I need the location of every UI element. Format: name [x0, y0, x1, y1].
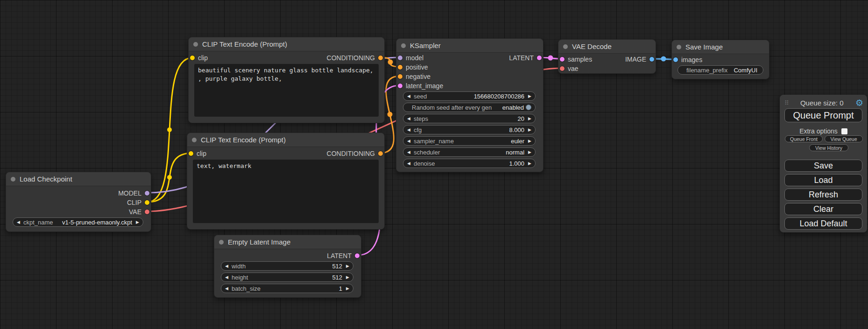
- conditioning-output-port[interactable]: [378, 56, 383, 60]
- increment-arrow-icon[interactable]: ▶: [528, 94, 531, 98]
- node-save-image[interactable]: Save Image images filename_prefix ComfyU…: [671, 40, 769, 79]
- toggle-enabled-icon[interactable]: [526, 105, 531, 110]
- scheduler-widget[interactable]: ◀ scheduler normal ▶: [403, 147, 536, 157]
- queue-prompt-button[interactable]: Queue Prompt: [784, 108, 862, 122]
- node-clip-text-encode-negative[interactable]: CLIP Text Encode (Prompt) clip CONDITION…: [187, 133, 385, 230]
- steps-widget[interactable]: ◀ steps 20 ▶: [403, 114, 536, 123]
- decrement-arrow-icon[interactable]: ◀: [407, 94, 410, 98]
- seed-widget[interactable]: ◀ seed 156680208700286 ▶: [403, 91, 536, 101]
- node-title-bar[interactable]: Load Checkpoint: [6, 172, 151, 186]
- height-widget[interactable]: ◀ height 512 ▶: [221, 273, 353, 282]
- vae-output-port[interactable]: [145, 210, 149, 214]
- input-slot-clip[interactable]: clip: [190, 53, 208, 63]
- collapse-dot-icon[interactable]: [401, 43, 406, 48]
- random-seed-toggle-widget[interactable]: Random seed after every gen enabled: [403, 103, 536, 112]
- samples-input-port[interactable]: [560, 57, 565, 62]
- collapse-dot-icon[interactable]: [192, 138, 197, 142]
- model-output-port[interactable]: [145, 191, 149, 196]
- view-queue-button[interactable]: View Queue: [825, 135, 863, 142]
- output-slot-image[interactable]: IMAGE: [625, 55, 654, 64]
- increment-arrow-icon[interactable]: ▶: [346, 275, 349, 280]
- clip-input-port[interactable]: [190, 56, 195, 60]
- collapse-dot-icon[interactable]: [193, 42, 198, 47]
- queue-front-button[interactable]: Queue Front: [785, 135, 823, 142]
- node-title-bar[interactable]: CLIP Text Encode (Prompt): [187, 133, 384, 147]
- collapse-dot-icon[interactable]: [219, 240, 224, 245]
- refresh-button[interactable]: Refresh: [784, 189, 862, 201]
- extra-options-checkbox[interactable]: [841, 128, 847, 134]
- node-title-bar[interactable]: CLIP Text Encode (Prompt): [189, 37, 384, 51]
- node-title-bar[interactable]: KSampler: [396, 39, 543, 53]
- node-empty-latent-image[interactable]: Empty Latent Image LATENT ◀ width 512 ▶ …: [214, 235, 361, 298]
- load-default-button[interactable]: Load Default: [784, 217, 862, 230]
- latent-output-port[interactable]: [355, 253, 360, 258]
- decrement-arrow-icon[interactable]: ◀: [17, 220, 20, 224]
- denoise-widget[interactable]: ◀ denoise 1.000 ▶: [403, 159, 536, 168]
- increment-arrow-icon[interactable]: ▶: [346, 287, 349, 291]
- negative-prompt-textarea[interactable]: text, watermark: [193, 160, 379, 223]
- node-title-bar[interactable]: VAE Decode: [558, 40, 656, 54]
- node-ksampler[interactable]: KSampler model positive negative latent_…: [396, 38, 543, 172]
- collapse-dot-icon[interactable]: [11, 177, 15, 182]
- comfyui-canvas[interactable]: { "colors": { "model": "#b39ddb", "clip"…: [0, 0, 868, 329]
- input-slot-images[interactable]: images: [673, 55, 702, 64]
- increment-arrow-icon[interactable]: ▶: [346, 264, 349, 268]
- input-slot-vae[interactable]: vae: [560, 64, 579, 73]
- input-slot-latent-image[interactable]: latent_image: [398, 81, 443, 91]
- output-slot-conditioning[interactable]: CONDITIONING: [327, 149, 383, 158]
- input-slot-positive[interactable]: positive: [398, 63, 428, 72]
- save-button[interactable]: Save: [784, 160, 862, 172]
- image-output-port[interactable]: [649, 57, 654, 62]
- queue-panel[interactable]: ⠿ Queue size: 0 ⚙ Queue Prompt Extra opt…: [780, 95, 867, 232]
- output-slot-latent[interactable]: LATENT: [509, 53, 542, 63]
- model-input-port[interactable]: [398, 56, 402, 60]
- positive-input-port[interactable]: [398, 65, 402, 70]
- load-button[interactable]: Load: [784, 174, 862, 186]
- sampler-name-widget[interactable]: ◀ sampler_name euler ▶: [403, 136, 536, 146]
- latent-input-port[interactable]: [398, 84, 402, 88]
- output-slot-model[interactable]: MODEL: [118, 189, 149, 198]
- increment-arrow-icon[interactable]: ▶: [528, 150, 531, 154]
- output-slot-conditioning[interactable]: CONDITIONING: [327, 53, 383, 63]
- output-slot-clip[interactable]: CLIP: [127, 198, 149, 207]
- clip-input-port[interactable]: [189, 151, 193, 156]
- increment-arrow-icon[interactable]: ▶: [136, 220, 139, 224]
- images-input-port[interactable]: [673, 57, 678, 62]
- increment-arrow-icon[interactable]: ▶: [528, 161, 531, 166]
- view-history-button[interactable]: View History: [809, 144, 848, 151]
- collapse-dot-icon[interactable]: [677, 45, 681, 49]
- ckpt-name-widget[interactable]: ◀ ckpt_name v1-5-pruned-emaonly.ckpt ▶: [13, 217, 143, 227]
- filename-prefix-widget[interactable]: filename_prefix ComfyUI: [677, 65, 763, 75]
- settings-gear-icon[interactable]: ⚙: [855, 98, 863, 107]
- batch-size-widget[interactable]: ◀ batch_size 1 ▶: [221, 284, 353, 293]
- decrement-arrow-icon[interactable]: ◀: [225, 264, 228, 268]
- increment-arrow-icon[interactable]: ▶: [528, 117, 531, 121]
- collapse-dot-icon[interactable]: [563, 44, 568, 49]
- node-vae-decode[interactable]: VAE Decode samples vae IMAGE: [558, 39, 656, 74]
- positive-prompt-textarea[interactable]: beautiful scenery nature glass bottle la…: [194, 64, 379, 117]
- decrement-arrow-icon[interactable]: ◀: [407, 117, 410, 121]
- decrement-arrow-icon[interactable]: ◀: [407, 150, 410, 154]
- node-title-bar[interactable]: Empty Latent Image: [214, 235, 361, 249]
- output-slot-latent[interactable]: LATENT: [327, 251, 360, 260]
- clip-output-port[interactable]: [145, 200, 149, 205]
- node-title-bar[interactable]: Save Image: [672, 40, 769, 54]
- width-widget[interactable]: ◀ width 512 ▶: [221, 261, 353, 271]
- input-slot-samples[interactable]: samples: [560, 55, 592, 64]
- negative-input-port[interactable]: [398, 74, 402, 79]
- node-clip-text-encode-positive[interactable]: CLIP Text Encode (Prompt) clip CONDITION…: [188, 37, 385, 123]
- vae-input-port[interactable]: [560, 66, 565, 71]
- input-slot-negative[interactable]: negative: [398, 72, 430, 81]
- input-slot-model[interactable]: model: [398, 53, 423, 63]
- output-slot-vae[interactable]: VAE: [129, 207, 149, 217]
- increment-arrow-icon[interactable]: ▶: [528, 128, 531, 132]
- latent-output-port[interactable]: [537, 56, 542, 60]
- decrement-arrow-icon[interactable]: ◀: [407, 128, 410, 132]
- input-slot-clip[interactable]: clip: [189, 149, 206, 158]
- node-load-checkpoint[interactable]: Load Checkpoint MODEL CLIP VAE ◀ ckpt_na…: [6, 172, 151, 232]
- drag-handle-icon[interactable]: ⠿: [784, 99, 789, 106]
- cfg-widget[interactable]: ◀ cfg 8.000 ▶: [403, 125, 536, 134]
- decrement-arrow-icon[interactable]: ◀: [225, 275, 228, 280]
- decrement-arrow-icon[interactable]: ◀: [407, 139, 410, 143]
- conditioning-output-port[interactable]: [378, 151, 383, 156]
